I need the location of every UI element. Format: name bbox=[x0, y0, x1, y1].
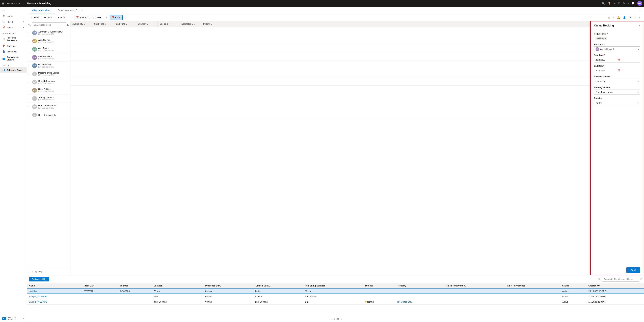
bottom-search-input[interactable] bbox=[602, 277, 639, 282]
sidebar-item-pinned[interactable]: 📌 Pinned ∨ bbox=[0, 25, 27, 30]
search-icon[interactable]: 🔍 bbox=[602, 2, 605, 5]
col-header-estimated[interactable]: Estimated ... ∨ bbox=[180, 21, 201, 27]
resource-row[interactable]: › JJ Jeremy Johnson (0m booked) ⊙ 0% bbox=[27, 94, 70, 103]
resource-tag-remove[interactable]: ✕ bbox=[638, 48, 639, 50]
resource-expand-icon[interactable]: › bbox=[28, 40, 31, 42]
settings-icon[interactable]: ⚙ bbox=[622, 2, 625, 5]
booking-status-select[interactable]: Committed ∨ bbox=[594, 79, 640, 84]
list-button[interactable]: ⊞ List ∨ bbox=[56, 15, 68, 19]
resource-row[interactable]: › D Doctor's office Seattle (0m booked) … bbox=[27, 70, 70, 78]
th-time-from[interactable]: Time From Promis... bbox=[444, 283, 505, 289]
resource-row[interactable]: › AS Alan Steiner (0m booked) ⊙ 0% bbox=[27, 37, 70, 45]
sidebar-item-req-groups[interactable]: 👥 Requirement Groups bbox=[0, 54, 27, 62]
resource-expand-icon[interactable]: › bbox=[28, 65, 31, 67]
fullscreen-icon[interactable]: ⛶ bbox=[639, 9, 641, 12]
th-duration[interactable]: Duration bbox=[152, 283, 194, 289]
date-range-button[interactable]: 📅 2/21/2023 - 2/27/2023 bbox=[74, 15, 103, 20]
resource-expand-icon[interactable]: › bbox=[28, 48, 31, 50]
find-availability-button[interactable]: Find Availability bbox=[29, 277, 49, 282]
table-row[interactable]: Sample_WO00011 2 hrs 0 mins 45 mins 1 hr… bbox=[27, 294, 644, 299]
refresh-icon[interactable]: ↺ bbox=[633, 15, 636, 20]
col-header-availability[interactable]: Availability ∨ bbox=[70, 21, 92, 27]
lightbulb-icon[interactable]: 💡 bbox=[608, 2, 611, 5]
th-from-date[interactable]: From Date bbox=[82, 283, 118, 289]
end-date-calendar-icon[interactable]: 📅 bbox=[618, 69, 639, 72]
tab-initial-public[interactable]: Initial public view ⋮ bbox=[30, 7, 55, 14]
col-header-priority[interactable]: Priority ∨ bbox=[201, 21, 221, 27]
resource-expand-icon[interactable]: › bbox=[28, 81, 31, 83]
more-options-button[interactable]: ··· bbox=[124, 15, 129, 19]
person-icon[interactable]: 👤 bbox=[622, 15, 627, 20]
col-header-duration[interactable]: Duration ∨ bbox=[136, 21, 158, 27]
requirement-input[interactable]: multiday ✕ bbox=[594, 36, 640, 41]
tab-on-call-pool[interactable]: On-call pool view ⋮ bbox=[56, 7, 80, 14]
th-proposed-dur[interactable]: Proposed Dur... bbox=[203, 283, 252, 289]
resource-next-page[interactable]: › bbox=[44, 271, 46, 274]
filters-button[interactable]: ⊽ Filters bbox=[30, 15, 41, 19]
sidebar-item-recent[interactable]: 🕐 Recent ∨ bbox=[0, 19, 27, 25]
th-created-on[interactable]: Created On bbox=[586, 283, 644, 289]
sidebar-item-bookings[interactable]: 📅 Bookings bbox=[0, 43, 27, 49]
resource-row[interactable]: › DM David Mallory (0m booked) ⊙ 0% bbox=[27, 62, 70, 70]
resource-input[interactable]: AH Avery Howard ✕ bbox=[594, 46, 640, 52]
territory-link[interactable]: NA-United Sta... bbox=[397, 301, 413, 303]
tab-initial-public-menu[interactable]: ⋮ bbox=[51, 9, 53, 11]
start-date-input[interactable]: 2/20/2023 📅 bbox=[594, 57, 640, 62]
notify-icon[interactable]: 🔔 bbox=[616, 15, 621, 20]
col-header-end-time[interactable]: End Time ∨ bbox=[114, 21, 136, 27]
bottom-refresh-icon[interactable]: ↺ bbox=[640, 278, 642, 281]
settings-toolbar-icon[interactable]: ⚙ bbox=[628, 15, 632, 20]
waffle-icon[interactable]: ⊞ bbox=[2, 2, 4, 5]
resource-row[interactable]: › AM Abraham McCormick MD (0m booked) ⊙ … bbox=[27, 29, 70, 37]
tab-on-call-menu[interactable]: ⋮ bbox=[75, 9, 78, 11]
resource-expand-icon[interactable]: › bbox=[28, 98, 31, 99]
resource-expand-icon[interactable]: › bbox=[28, 57, 31, 58]
table-row[interactable]: multiday 2/20/2023 2/24/2023 72 hrs 0 mi… bbox=[27, 289, 644, 294]
sidebar-item-resource-req[interactable]: 📋 Resource Requireme... bbox=[0, 35, 27, 43]
th-territory[interactable]: Territory bbox=[395, 283, 444, 289]
sidebar-bottom-item[interactable]: RS Resource Schedul... ∧ bbox=[0, 315, 27, 322]
hourly-button[interactable]: Hourly ∨ bbox=[42, 15, 54, 19]
add-icon[interactable]: + bbox=[614, 2, 615, 5]
sidebar-item-home[interactable]: 🏠 Home bbox=[0, 13, 27, 19]
book-submit-button[interactable]: Book bbox=[626, 267, 640, 273]
resource-expand-icon[interactable]: › bbox=[28, 32, 31, 34]
table-row[interactable]: Sample_WO13941 3 hrs 30 mins 0 mins 2 hr… bbox=[27, 299, 644, 305]
bottom-next-page[interactable]: › bbox=[341, 318, 343, 321]
row-name-link[interactable]: multiday bbox=[29, 290, 37, 292]
resource-sort-icon[interactable]: ⇅ bbox=[67, 24, 69, 26]
resource-expand-icon[interactable]: › bbox=[28, 89, 31, 91]
list-view-icon[interactable]: ≡ bbox=[612, 15, 615, 19]
chat-icon[interactable]: 💬 bbox=[632, 2, 634, 5]
resource-row[interactable]: › GS Gerald Stephens (0m booked) ⊙ 0% bbox=[27, 78, 70, 86]
th-priority[interactable]: Priority bbox=[363, 283, 395, 289]
book-button[interactable]: 📅 Book bbox=[110, 15, 122, 20]
resource-row[interactable]: › O On-call specialists bbox=[27, 111, 70, 119]
resource-expand-icon[interactable]: › bbox=[28, 106, 31, 108]
resource-row[interactable]: › AH Avery Howard (0m booked) ⊙ 0% bbox=[27, 53, 70, 62]
col-header-start-time[interactable]: Start Time ∨ bbox=[92, 21, 114, 27]
add-tab-button[interactable]: + bbox=[80, 9, 84, 12]
th-name[interactable]: Name ∨ bbox=[27, 283, 82, 289]
end-date-input[interactable]: 2/24/2023 📅 bbox=[594, 68, 640, 73]
col-header-booking[interactable]: Booking ∨ bbox=[158, 21, 180, 27]
duration-select[interactable]: 72 hrs ∧ bbox=[594, 100, 640, 105]
booking-method-select[interactable]: Front Load Hours ∨ bbox=[594, 89, 640, 95]
prev-date-button[interactable]: ‹ bbox=[69, 15, 73, 19]
resource-row[interactable]: › AB Alex Baker (0m booked) ⊙ 0% bbox=[27, 45, 70, 53]
row-name-link[interactable]: Sample_WO00011 bbox=[29, 295, 47, 298]
help-icon[interactable]: ? bbox=[628, 2, 629, 5]
th-status[interactable]: Status bbox=[560, 283, 586, 289]
resource-expand-icon[interactable]: › bbox=[28, 73, 31, 75]
hamburger-icon[interactable]: ☰ bbox=[0, 7, 27, 13]
filter-icon[interactable]: ▽ bbox=[618, 2, 620, 5]
next-date-button[interactable]: › bbox=[104, 15, 108, 19]
booking-panel-close-button[interactable]: ✕ bbox=[638, 24, 640, 27]
grid-view-icon[interactable]: ⊞ bbox=[607, 15, 611, 20]
th-to-date[interactable]: To Date bbox=[118, 283, 152, 289]
resource-expand-icon[interactable]: › bbox=[28, 114, 31, 116]
sidebar-item-schedule-board[interactable]: 📊 Schedule Board bbox=[0, 67, 27, 73]
resource-search-input[interactable] bbox=[32, 22, 66, 27]
row-name-link[interactable]: Sample_WO13941 bbox=[29, 301, 47, 303]
th-remaining[interactable]: Remaining Duration bbox=[303, 283, 363, 289]
